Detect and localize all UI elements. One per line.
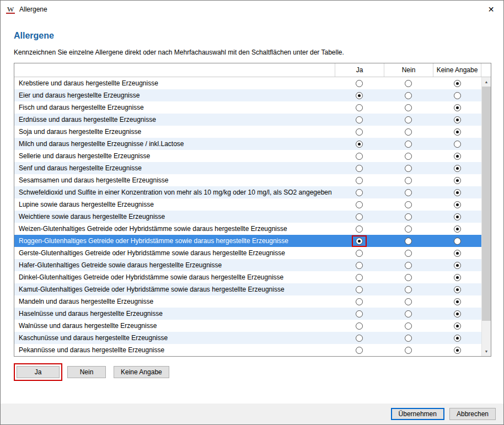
radio-nein[interactable] [405, 165, 412, 172]
radio-nein[interactable] [405, 286, 412, 293]
table-row[interactable]: Eier und daraus hergestellte Erzeugnisse [14, 89, 481, 101]
radio-ja[interactable] [356, 286, 363, 293]
radio-nein[interactable] [405, 250, 412, 257]
scroll-up-icon[interactable]: ▲ [482, 77, 491, 87]
table-row[interactable]: Pekannüsse und daraus hergestellte Erzeu… [14, 344, 481, 356]
radio-ja[interactable] [356, 335, 363, 342]
radio-nein[interactable] [405, 225, 412, 233]
radio-nein[interactable] [405, 262, 412, 269]
radio-nein[interactable] [405, 335, 412, 342]
radio-keine-angabe[interactable] [454, 310, 461, 318]
radio-ja[interactable] [356, 104, 363, 111]
radio-keine-angabe[interactable] [454, 335, 461, 342]
table-row[interactable]: Hafer-Glutenhaltiges Getreide sowie dara… [14, 259, 481, 271]
radio-ja[interactable] [356, 225, 363, 233]
radio-keine-angabe[interactable] [454, 116, 461, 123]
radio-ja[interactable] [356, 201, 363, 208]
radio-nein[interactable] [405, 116, 412, 123]
radio-keine-angabe[interactable] [454, 262, 461, 269]
bulk-ja-button[interactable]: Ja [17, 366, 60, 378]
radio-keine-angabe[interactable] [454, 189, 461, 196]
radio-keine-angabe[interactable] [454, 165, 461, 172]
scroll-down-icon[interactable]: ▼ [482, 347, 491, 356]
table-row[interactable]: Gerste-Glutenhaltiges Getreide oder Hybr… [14, 247, 481, 259]
radio-keine-angabe[interactable] [454, 153, 461, 160]
radio-keine-angabe[interactable] [454, 201, 461, 208]
radio-keine-angabe[interactable] [454, 347, 461, 354]
radio-nein[interactable] [405, 80, 412, 87]
radio-nein[interactable] [405, 347, 412, 354]
radio-keine-angabe[interactable] [454, 141, 461, 148]
radio-keine-angabe[interactable] [454, 80, 461, 87]
radio-nein[interactable] [405, 92, 412, 99]
table-row[interactable]: Krebstiere und daraus hergestellte Erzeu… [14, 77, 481, 89]
radio-keine-angabe[interactable] [454, 104, 461, 111]
radio-ja[interactable] [356, 128, 363, 136]
radio-ja[interactable] [356, 116, 363, 123]
radio-ja[interactable] [356, 153, 363, 160]
radio-ja[interactable] [356, 347, 363, 354]
radio-keine-angabe[interactable] [454, 286, 461, 293]
radio-keine-angabe[interactable] [454, 298, 461, 305]
radio-ja[interactable] [356, 213, 363, 220]
radio-keine-angabe[interactable] [454, 322, 461, 330]
radio-keine-angabe[interactable] [454, 250, 461, 257]
radio-keine-angabe[interactable] [454, 177, 461, 184]
table-row[interactable]: Soja und daraus hergestellte Erzeugnisse [14, 126, 481, 138]
radio-ja[interactable] [356, 141, 363, 148]
radio-ja[interactable] [356, 274, 363, 281]
table-row[interactable]: Sesamsamen und daraus hergestellte Erzeu… [14, 174, 481, 186]
table-row[interactable]: Fisch und daraus hergestellte Erzeugniss… [14, 101, 481, 114]
table-row[interactable]: Erdnüsse und daraus hergestellte Erzeugn… [14, 114, 481, 126]
radio-nein[interactable] [405, 141, 412, 148]
radio-ja[interactable] [356, 262, 363, 269]
radio-keine-angabe[interactable] [454, 128, 461, 136]
table-row[interactable]: Mandeln und daraus hergestellte Erzeugni… [14, 295, 481, 308]
radio-keine-angabe[interactable] [454, 274, 461, 281]
radio-ja[interactable] [356, 310, 363, 318]
table-row[interactable]: Weizen-Glutenhaltiges Getreide oder Hybr… [14, 223, 481, 235]
radio-ja[interactable] [356, 177, 363, 184]
radio-nein[interactable] [405, 189, 412, 196]
radio-nein[interactable] [405, 322, 412, 330]
table-row[interactable]: Roggen-Glutenhaltiges Getreide oder Hybr… [14, 235, 481, 247]
radio-nein[interactable] [405, 177, 412, 184]
radio-keine-angabe[interactable] [454, 213, 461, 220]
radio-nein[interactable] [405, 201, 412, 208]
table-row[interactable]: Kamut-Glutenhaltiges Getreide oder Hybri… [14, 283, 481, 295]
table-row[interactable]: Walnüsse und daraus hergestellte Erzeugn… [14, 320, 481, 332]
radio-ja[interactable] [356, 238, 363, 245]
table-row[interactable]: Senf und daraus hergestellte Erzeugnisse [14, 162, 481, 174]
radio-ja[interactable] [356, 250, 363, 257]
bulk-keine-angabe-button[interactable]: Keine Angabe [114, 366, 169, 378]
cancel-button[interactable]: Abbrechen [449, 408, 496, 420]
radio-nein[interactable] [405, 153, 412, 160]
table-row[interactable]: Schwefeldioxid und Sulfite in einer Konz… [14, 186, 481, 198]
radio-nein[interactable] [405, 298, 412, 305]
radio-ja[interactable] [356, 92, 363, 99]
table-row[interactable]: Lupine sowie daraus hergestellte Erzeugn… [14, 198, 481, 211]
radio-nein[interactable] [405, 104, 412, 111]
radio-ja[interactable] [356, 80, 363, 87]
table-row[interactable]: Kaschunüsse und daraus hergestellte Erze… [14, 332, 481, 344]
scrollbar-thumb[interactable] [482, 87, 491, 321]
table-row[interactable]: Sellerie und daraus hergestellte Erzeugn… [14, 150, 481, 162]
vertical-scrollbar[interactable]: ▲ ▼ [481, 77, 491, 356]
radio-ja[interactable] [356, 165, 363, 172]
radio-nein[interactable] [405, 274, 412, 281]
radio-ja[interactable] [356, 298, 363, 305]
radio-keine-angabe[interactable] [454, 238, 461, 245]
radio-nein[interactable] [405, 310, 412, 318]
close-icon[interactable]: ✕ [479, 1, 503, 18]
radio-nein[interactable] [405, 238, 412, 245]
radio-keine-angabe[interactable] [454, 92, 461, 99]
radio-ja[interactable] [356, 189, 363, 196]
table-row[interactable]: Weichtiere sowie daraus hergestellte Erz… [14, 211, 481, 223]
radio-ja[interactable] [356, 322, 363, 330]
bulk-nein-button[interactable]: Nein [67, 366, 106, 378]
table-row[interactable]: Haselnüsse und daraus hergestellte Erzeu… [14, 308, 481, 320]
apply-button[interactable]: Übernehmen [391, 408, 444, 420]
scrollbar-track[interactable] [482, 87, 491, 347]
table-row[interactable]: Dinkel-Glutenhaltiges Getreide oder Hybr… [14, 271, 481, 283]
table-row[interactable]: Milch und daraus hergestellte Erzeugniss… [14, 138, 481, 150]
